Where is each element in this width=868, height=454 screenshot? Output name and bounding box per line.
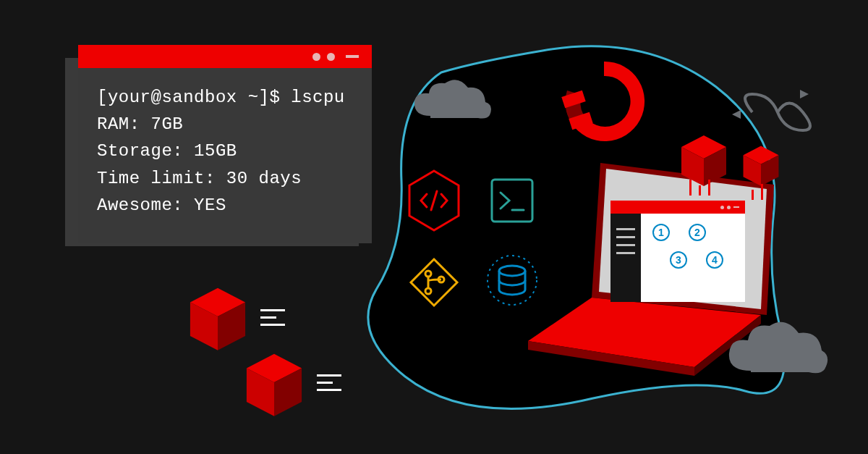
- window-control-dash: [346, 55, 359, 58]
- window-control-dot: [727, 206, 731, 209]
- svg-marker-3: [732, 110, 741, 119]
- terminal-window: [your@sandbox ~]$ lscpu RAM: 7GB Storage…: [78, 45, 372, 243]
- cube-icon: [187, 286, 249, 354]
- motion-lines: [260, 304, 285, 331]
- svg-point-29: [499, 266, 525, 276]
- window-control-dot: [720, 206, 724, 209]
- svg-point-25: [425, 271, 431, 277]
- step-badge: 4: [706, 251, 723, 269]
- mini-titlebar: [610, 201, 745, 214]
- svg-marker-24: [411, 259, 457, 306]
- mini-content: 1 2 3 4: [641, 214, 745, 302]
- dev-icons-row: [407, 249, 540, 311]
- window-control-dot: [327, 53, 335, 61]
- terminal-output-line: Storage: 15GB: [97, 138, 353, 164]
- window-control-dash: [733, 206, 739, 208]
- infinity-loop-icon: [731, 87, 825, 138]
- cloud-icon: [409, 76, 495, 127]
- svg-rect-22: [492, 180, 532, 222]
- terminal-output-line: Time limit: 30 days: [97, 165, 353, 192]
- motion-lines: [317, 369, 341, 396]
- motion-lines: [686, 180, 714, 199]
- terminal-body: [your@sandbox ~]$ lscpu RAM: 7GB Storage…: [78, 68, 372, 243]
- openshift-logo-icon: [557, 54, 651, 148]
- code-brackets-icon: [407, 169, 461, 232]
- dev-icons-row: [407, 169, 540, 232]
- svg-marker-2: [800, 90, 809, 98]
- cube-icon: [243, 352, 305, 420]
- svg-point-28: [488, 256, 537, 305]
- step-badge: 2: [689, 224, 706, 241]
- step-badge: 1: [652, 224, 670, 241]
- terminal-output-line: RAM: 7GB: [97, 111, 353, 138]
- git-branch-icon: [407, 249, 461, 311]
- window-control-dot: [312, 53, 320, 61]
- terminal-prompt-line: [your@sandbox ~]$ lscpu: [97, 84, 353, 111]
- step-badge: 3: [670, 251, 687, 269]
- cube-icon: [741, 145, 781, 188]
- terminal-titlebar: [78, 45, 372, 68]
- illustration-canvas: 1 2 3 4: [0, 0, 868, 454]
- svg-point-26: [425, 288, 431, 294]
- terminal-output-line: Awesome: YES: [97, 192, 353, 219]
- terminal-prompt-icon: [485, 169, 540, 232]
- cloud-icon: [723, 319, 832, 384]
- laptop-screen-window: 1 2 3 4: [610, 201, 745, 302]
- mini-sidebar: [610, 214, 641, 302]
- database-stack-icon: [485, 249, 540, 311]
- motion-lines: [748, 184, 767, 203]
